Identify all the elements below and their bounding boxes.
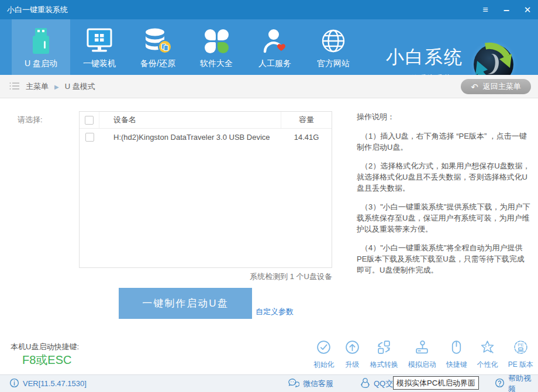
tab-label: 软件大全: [200, 59, 233, 69]
hotkey-value: F8或ESC: [22, 352, 71, 368]
instructions-panel: 操作说明： （1）插入U盘，右下角选择 “PE版本” ，点击一键制作启动U盘。 …: [357, 111, 531, 283]
tool-label: PE 版本: [508, 360, 533, 370]
breadcrumb-separator-icon: ▶: [54, 84, 59, 90]
tab-one-key-install[interactable]: 一键装机: [70, 19, 129, 75]
instructions-title: 操作说明：: [357, 111, 531, 122]
close-icon[interactable]: ✕: [522, 4, 533, 16]
tool-label: 快捷键: [446, 360, 467, 370]
custom-params-link[interactable]: 自定义参数: [256, 307, 294, 317]
qq-penguin-icon: [360, 377, 370, 390]
breadcrumb: 主菜单 ▶ U 盘模式: [9, 75, 95, 98]
device-table: 设备名 容量 H:(hd2)Kingston DataTraveler 3.0 …: [79, 111, 332, 268]
menu-icon[interactable]: ≡: [480, 4, 491, 16]
version-info[interactable]: VER[11.5.47.1530]: [9, 375, 87, 392]
tool-hotkey[interactable]: 快捷键: [446, 339, 467, 370]
nav-tabs: U 盘启动 一键装机: [12, 19, 363, 75]
minimize-icon[interactable]: –: [501, 4, 512, 16]
wechat-label: 微信客服: [303, 379, 333, 389]
arrow-up-circle-icon: [344, 339, 360, 357]
globe-icon: [320, 26, 347, 56]
joystick-icon: [414, 339, 430, 357]
instruction-step: （2）选择格式化方式，如果用户想保存U盘数据，就选择格式化U盘且不丢失数据，否则…: [357, 160, 531, 194]
tool-personalize[interactable]: 个性化: [477, 339, 498, 370]
window-controls: ≡ – ✕: [480, 0, 533, 19]
app-title: 小白一键重装系统: [7, 5, 68, 15]
tab-official-website[interactable]: 官方网站: [304, 19, 363, 75]
table-header-row: 设备名 容量: [80, 112, 332, 129]
help-label: 帮助视频: [508, 373, 538, 392]
database-icon: [143, 26, 173, 56]
return-arrow-icon: ↶: [471, 82, 478, 91]
tab-label: U 盘启动: [25, 59, 57, 69]
hotkey-label: 本机U盘启动快捷键:: [11, 342, 79, 352]
format-convert-icon: [376, 339, 392, 357]
instruction-step: （4）"小白一键重装系统"将全程自动为用户提供PE版本下载及系统下载至U盘，只需…: [357, 242, 531, 276]
tool-simulate-boot[interactable]: 模拟启动: [408, 339, 436, 370]
person-heart-icon: [261, 26, 288, 56]
column-capacity: 容量: [281, 112, 332, 128]
make-boot-usb-button[interactable]: 一键制作启动U盘: [119, 288, 252, 319]
tool-label: 初始化: [313, 360, 334, 370]
status-bar: VER[11.5.47.1530] 微信客服 QQ: [0, 374, 538, 392]
star-icon: [480, 339, 495, 357]
breadcrumb-current: U 盘模式: [65, 81, 95, 92]
tool-label: 升级: [345, 360, 359, 370]
tools-row: 初始化 升级 格式: [304, 339, 533, 370]
breadcrumb-bar: 主菜单 ▶ U 盘模式 ↶ 返回主菜单: [0, 75, 538, 98]
info-icon: [9, 378, 19, 390]
header-checkbox-cell: [80, 112, 99, 128]
tool-label: 模拟启动: [408, 360, 436, 370]
svg-text:PE: PE: [518, 342, 523, 348]
select-label: 请选择:: [18, 115, 43, 125]
detect-status-text: 系统检测到 1 个U盘设备: [79, 271, 332, 282]
main-content: 请选择: 设备名 容量 H:(hd2)Kingston DataTraveler…: [0, 98, 538, 374]
breadcrumb-root[interactable]: 主菜单: [26, 81, 49, 92]
tool-pe-version[interactable]: PE PE 版本: [508, 339, 533, 370]
row-checkbox-cell: [80, 129, 99, 146]
usb-drive-icon: [28, 26, 54, 56]
tab-usb-boot[interactable]: U 盘启动: [12, 19, 70, 75]
help-video[interactable]: 帮助视频: [495, 375, 538, 392]
device-capacity: 14.41G: [281, 129, 332, 146]
tab-software-collection[interactable]: 软件大全: [187, 19, 246, 75]
tool-format-convert[interactable]: 格式转换: [370, 339, 398, 370]
tab-backup-restore[interactable]: 备份/还原: [129, 19, 187, 75]
instruction-step: （3）"小白一键重装系统"提供系统下载，为用户下载系统保存至U盘，保证用户有系统…: [357, 201, 531, 235]
return-main-menu-button[interactable]: ↶ 返回主菜单: [461, 79, 531, 94]
tab-label: 备份/还原: [140, 59, 175, 69]
tool-label: 个性化: [477, 360, 498, 370]
tool-initialize[interactable]: 初始化: [313, 339, 334, 370]
pe-circle-icon: PE: [513, 339, 529, 357]
tab-label: 人工服务: [258, 59, 291, 69]
tab-label: 一键装机: [83, 59, 116, 69]
tool-upgrade[interactable]: 升级: [344, 339, 360, 370]
version-text: VER[11.5.47.1530]: [23, 379, 87, 388]
instruction-step: （1）插入U盘，右下角选择 “PE版本” ，点击一键制作启动U盘。: [357, 130, 531, 153]
app-window: 小白一键重装系统 ≡ – ✕ U 盘启动: [0, 0, 538, 392]
tab-label: 官方网站: [317, 59, 350, 69]
clover-icon: [205, 26, 229, 56]
device-name: H:(hd2)Kingston DataTraveler 3.0 USB Dev…: [99, 129, 281, 146]
select-all-checkbox[interactable]: [85, 116, 94, 125]
wechat-support[interactable]: 微信客服: [288, 375, 333, 392]
column-device-name: 设备名: [99, 112, 281, 128]
nav-bar: U 盘启动 一键装机: [0, 19, 538, 75]
list-icon: [9, 82, 20, 92]
device-checkbox[interactable]: [85, 133, 94, 142]
monitor-icon: [85, 26, 113, 56]
mouse-icon: [449, 339, 464, 357]
table-row[interactable]: H:(hd2)Kingston DataTraveler 3.0 USB Dev…: [80, 129, 332, 146]
tool-label: 格式转换: [370, 360, 398, 370]
wechat-icon: [288, 378, 299, 390]
question-circle-icon: [495, 378, 505, 390]
brand-name: 小白系统: [386, 45, 468, 70]
check-circle-icon: [316, 339, 332, 357]
title-bar: 小白一键重装系统 ≡ – ✕: [0, 0, 538, 19]
simulate-boot-tooltip: 模拟实体PC机启动界面: [393, 376, 479, 390]
tab-human-service[interactable]: 人工服务: [246, 19, 304, 75]
return-button-label: 返回主菜单: [483, 81, 521, 92]
